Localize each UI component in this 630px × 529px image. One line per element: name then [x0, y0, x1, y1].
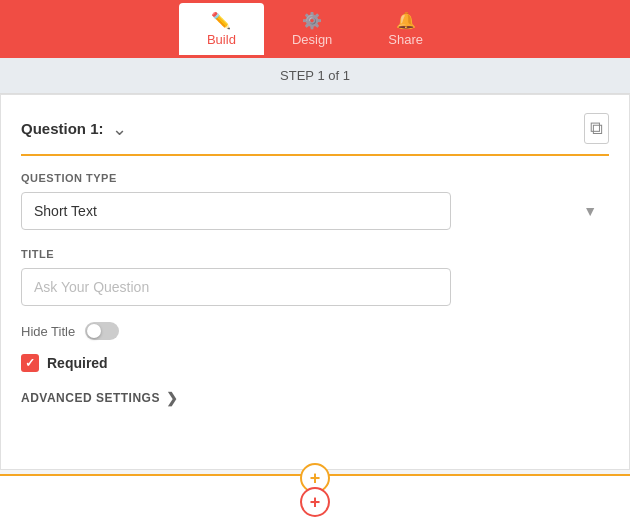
- add-step-icon: +: [310, 469, 321, 487]
- question-title: Question 1:: [21, 120, 104, 137]
- step-bar: STEP 1 of 1: [0, 58, 630, 94]
- question-type-label: QUESTION TYPE: [21, 172, 609, 184]
- hide-title-row: Hide Title: [21, 322, 609, 340]
- step-text: STEP 1 of 1: [280, 68, 350, 83]
- hide-title-label: Hide Title: [21, 324, 75, 339]
- header: ✏️ Build ⚙️ Design 🔔 Share: [0, 0, 630, 58]
- required-row: ✓ Required: [21, 354, 609, 372]
- add-question-icon: +: [310, 493, 321, 511]
- main-content: Question 1: ⌄ ⧉ QUESTION TYPE Short Text…: [0, 94, 630, 470]
- share-tab-label: Share: [388, 32, 423, 47]
- question-header-left: Question 1: ⌄: [21, 118, 127, 140]
- advanced-settings-label: ADVANCED SETTINGS: [21, 391, 160, 405]
- required-checkbox[interactable]: ✓: [21, 354, 39, 372]
- build-icon: ✏️: [211, 11, 231, 30]
- title-field-label: TITLE: [21, 248, 609, 260]
- header-tabs: ✏️ Build ⚙️ Design 🔔 Share: [179, 3, 451, 55]
- question-type-select[interactable]: Short Text Long Text Number Email Date: [21, 192, 451, 230]
- title-input[interactable]: [21, 268, 451, 306]
- advanced-arrow-icon: ❯: [166, 390, 179, 406]
- tab-share[interactable]: 🔔 Share: [360, 3, 451, 55]
- advanced-settings-row[interactable]: ADVANCED SETTINGS ❯: [21, 390, 609, 406]
- question-type-section: QUESTION TYPE Short Text Long Text Numbe…: [21, 156, 609, 406]
- design-tab-label: Design: [292, 32, 332, 47]
- toggle-thumb: [87, 324, 101, 338]
- tab-build[interactable]: ✏️ Build: [179, 3, 264, 55]
- checkmark-icon: ✓: [25, 356, 35, 370]
- question-type-wrapper: Short Text Long Text Number Email Date ▼: [21, 192, 609, 230]
- add-question-button[interactable]: +: [300, 487, 330, 517]
- select-arrow-icon: ▼: [583, 203, 597, 219]
- tab-design[interactable]: ⚙️ Design: [264, 3, 360, 55]
- share-icon: 🔔: [396, 11, 416, 30]
- design-icon: ⚙️: [302, 11, 322, 30]
- bottom-bar: + +: [0, 474, 630, 529]
- copy-icon[interactable]: ⧉: [584, 113, 609, 144]
- build-tab-label: Build: [207, 32, 236, 47]
- required-label: Required: [47, 355, 108, 371]
- chevron-down-icon[interactable]: ⌄: [112, 118, 127, 140]
- question-header: Question 1: ⌄ ⧉: [21, 95, 609, 156]
- hide-title-toggle[interactable]: [85, 322, 119, 340]
